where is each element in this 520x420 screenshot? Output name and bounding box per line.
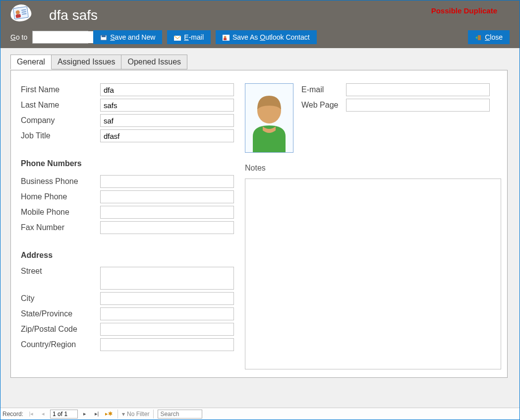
business-phone-label: Business Phone (21, 177, 100, 186)
filter-indicator[interactable]: ▾ No Filter (122, 411, 149, 418)
email-input[interactable] (346, 83, 490, 96)
mobile-phone-label: Mobile Phone (21, 208, 100, 217)
close-button[interactable]: Close (468, 30, 510, 44)
city-label: City (21, 294, 100, 303)
notes-label: Notes (245, 164, 266, 173)
webpage-label: Web Page (301, 101, 346, 110)
filter-funnel-icon: ▾ (122, 411, 125, 418)
country-input[interactable] (100, 338, 234, 351)
tab-opened-issues[interactable]: Opened Issues (121, 55, 187, 69)
record-search-input[interactable] (158, 410, 202, 419)
street-input[interactable] (100, 267, 234, 290)
save-as-outlook-button[interactable]: Save As Outlook Contact (216, 30, 317, 44)
fax-number-input[interactable] (100, 221, 234, 234)
last-name-input[interactable] (100, 99, 234, 112)
tab-strip: General Assigned Issues Opened Issues (10, 54, 187, 69)
home-phone-input[interactable] (100, 190, 234, 203)
email-label: E-mail (301, 85, 346, 94)
state-label: State/Province (21, 309, 100, 318)
duplicate-warning: Possible Duplicate (431, 6, 497, 15)
save-and-new-button[interactable]: Save and New (93, 30, 162, 44)
left-column: First Name Last Name Company Job Title P… (21, 83, 249, 354)
tab-panel-general: First Name Last Name Company Job Title P… (10, 70, 508, 378)
home-phone-label: Home Phone (21, 192, 100, 201)
svg-rect-0 (13, 6, 29, 19)
record-current-input[interactable] (50, 410, 78, 419)
mobile-phone-input[interactable] (100, 206, 234, 219)
company-input[interactable] (100, 114, 234, 127)
svg-marker-13 (475, 36, 477, 39)
nav-last-button[interactable]: ▸| (92, 410, 102, 419)
svg-rect-7 (102, 35, 106, 37)
nav-first-button[interactable]: |◂ (26, 410, 36, 419)
last-name-label: Last Name (21, 101, 100, 110)
first-name-label: First Name (21, 85, 100, 94)
toolbar: Go to ▾ Save and New E-mail Save As Outl… (10, 30, 510, 44)
nav-separator (117, 410, 118, 419)
zip-input[interactable] (100, 323, 234, 336)
save-icon (100, 34, 107, 40)
svg-rect-2 (15, 14, 21, 18)
svg-rect-12 (478, 35, 481, 40)
svg-rect-11 (224, 38, 227, 40)
business-phone-input[interactable] (100, 175, 234, 188)
record-navigator: Record: |◂ ◂ ▸ ▸| ▸✱ ▾ No Filter (0, 408, 520, 420)
header-bar: dfa safs Possible Duplicate Go to ▾ Save… (0, 0, 520, 48)
contact-photo[interactable] (245, 83, 293, 153)
nav-next-button[interactable]: ▸ (80, 410, 90, 419)
phone-section-heading: Phone Numbers (21, 159, 249, 168)
right-column: E-mail Web Page (301, 83, 490, 114)
page-title: dfa safs (49, 7, 98, 23)
job-title-label: Job Title (21, 131, 100, 140)
city-input[interactable] (100, 292, 234, 305)
goto-combo[interactable]: ▾ (32, 31, 88, 44)
state-input[interactable] (100, 307, 234, 320)
outlook-contact-icon (223, 34, 230, 40)
country-label: Country/Region (21, 340, 100, 349)
goto-label: Go to (10, 33, 27, 41)
tab-general[interactable]: General (10, 55, 52, 69)
nav-prev-button[interactable]: ◂ (38, 410, 48, 419)
job-title-input[interactable] (100, 129, 234, 142)
webpage-input[interactable] (346, 99, 490, 112)
record-label: Record: (2, 411, 23, 418)
street-label: Street (21, 267, 100, 276)
first-name-input[interactable] (100, 83, 234, 96)
tab-assigned-issues[interactable]: Assigned Issues (51, 55, 122, 69)
fax-number-label: Fax Number (21, 223, 100, 232)
contact-card-icon (9, 3, 32, 23)
nav-separator-2 (153, 410, 154, 419)
address-section-heading: Address (21, 251, 249, 260)
notes-textarea[interactable] (245, 179, 501, 369)
mail-icon (174, 34, 181, 40)
company-label: Company (21, 116, 100, 125)
close-door-icon (475, 34, 482, 40)
zip-label: Zip/Postal Code (21, 325, 100, 334)
email-button[interactable]: E-mail (167, 30, 211, 44)
nav-new-record-button[interactable]: ▸✱ (104, 410, 114, 419)
svg-point-10 (224, 36, 227, 39)
